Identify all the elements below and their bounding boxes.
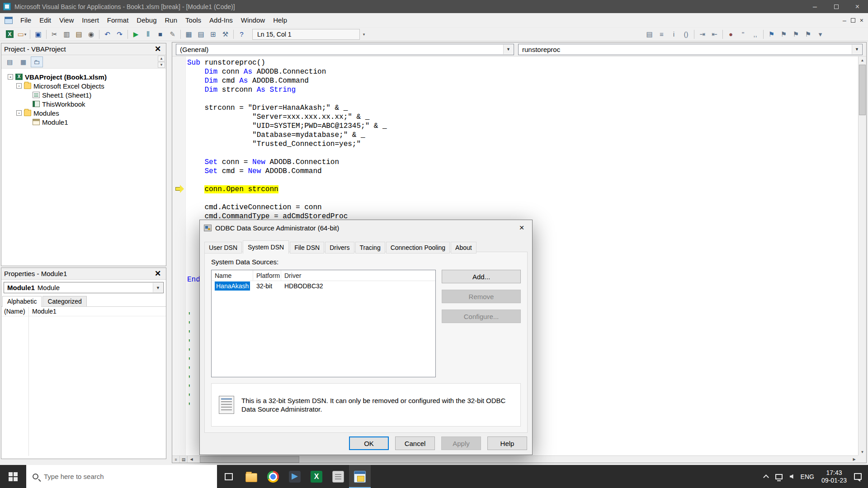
action-center-icon[interactable] — [854, 473, 862, 480]
vba-editor-app-button[interactable] — [349, 465, 371, 488]
copy-icon[interactable]: ▥ — [61, 29, 73, 40]
cancel-button[interactable]: Cancel — [395, 436, 435, 450]
code-line[interactable]: Dim conn As ADODB.Connection — [187, 67, 387, 76]
toolbar-overflow-icon[interactable]: ▾ — [361, 29, 367, 40]
tab-userdsn[interactable]: User DSN — [204, 242, 242, 253]
tree-expander-icon[interactable]: - — [8, 74, 13, 80]
view-code-icon[interactable]: ▤ — [4, 56, 16, 67]
dsn-row[interactable]: HanaAkash32-bitHDBODBC32 — [212, 281, 435, 291]
child-minimize-icon[interactable]: – — [843, 17, 846, 24]
code-line[interactable] — [187, 176, 387, 185]
find-icon[interactable]: ◉ — [85, 29, 97, 40]
notes-app-button[interactable] — [327, 465, 349, 488]
tree-expander-icon[interactable]: - — [16, 110, 22, 116]
code-line[interactable]: Set cmd = New ADODB.Command — [187, 167, 387, 176]
project-tree-scrollbar[interactable]: ▲▼ — [158, 56, 165, 68]
child-restore-icon[interactable] — [851, 18, 855, 23]
tab-categorized[interactable]: Categorized — [42, 296, 87, 306]
tree-item-vbaprojectbook1xlsm[interactable]: -VBAProject (Book1.xlsm) — [1, 72, 166, 81]
excel-app-button[interactable]: X — [306, 465, 327, 488]
minimize-button[interactable]: – — [804, 0, 826, 13]
reset-icon[interactable]: ■ — [154, 29, 166, 40]
code-line[interactable]: cmd.ActiveConnection = conn — [187, 203, 387, 212]
tab-drivers[interactable]: Drivers — [325, 242, 354, 253]
tab-alphabetic[interactable]: Alphabetic — [2, 296, 42, 307]
menu-run[interactable]: Run — [161, 13, 182, 27]
vertical-scrollbar[interactable]: ▲ ▼ — [858, 56, 866, 455]
scroll-right-icon[interactable]: ▶ — [850, 456, 858, 463]
help-button[interactable]: Help — [487, 436, 527, 450]
redo-icon[interactable]: ↷ — [113, 29, 126, 40]
menu-view[interactable]: View — [55, 13, 78, 27]
column-header-driver[interactable]: Driver — [281, 272, 435, 279]
code-line[interactable]: strconn = "Driver=HanaAkash;" & _ — [187, 103, 387, 113]
tab-filedsn[interactable]: File DSN — [290, 242, 324, 253]
project-explorer-icon[interactable]: ▦ — [183, 29, 195, 40]
code-line[interactable]: "Server=xxx.xxx.xx.xx;" & _ — [187, 113, 387, 122]
menu-insert[interactable]: Insert — [78, 13, 103, 27]
scroll-down-icon[interactable]: ▼ — [859, 448, 866, 455]
taskbar-clock[interactable]: 17:43 09-01-23 — [821, 469, 847, 484]
break-icon[interactable]: Ⅱ — [142, 29, 154, 40]
tab-connectionpooling[interactable]: Connection Pooling — [386, 242, 450, 253]
indent-icon[interactable]: ⇥ — [696, 29, 708, 40]
code-line[interactable] — [187, 149, 387, 158]
tree-item-sheet1sheet1[interactable]: Sheet1 (Sheet1) — [1, 90, 166, 99]
undo-icon[interactable]: ↶ — [101, 29, 113, 40]
insert-userform-icon[interactable]: ▭▾ — [16, 29, 28, 40]
help-icon[interactable]: ? — [236, 29, 248, 40]
code-line[interactable]: "Trusted_Connection=yes;" — [187, 140, 387, 149]
column-header-platform[interactable]: Platform — [253, 270, 281, 281]
close-button[interactable]: × — [847, 0, 868, 13]
procedure-view-icon[interactable]: ≡ — [172, 456, 180, 463]
vertical-scroll-thumb[interactable] — [859, 65, 866, 115]
full-module-view-icon[interactable]: ▤ — [180, 456, 188, 463]
ok-button[interactable]: OK — [349, 436, 389, 450]
menu-tools[interactable]: Tools — [181, 13, 205, 27]
toolbar-options-icon[interactable]: ▾ — [814, 29, 826, 40]
menu-edit[interactable]: Edit — [35, 13, 55, 27]
scroll-left-icon[interactable]: ◀ — [188, 456, 195, 463]
toggle-bookmark-icon[interactable]: ⚑ — [765, 29, 778, 40]
menu-format[interactable]: Format — [103, 13, 133, 27]
horizontal-scroll-thumb[interactable] — [200, 456, 299, 463]
tab-tracing[interactable]: Tracing — [355, 242, 385, 253]
next-bookmark-icon[interactable]: ⚑ — [778, 29, 790, 40]
chevron-down-icon[interactable]: ▼ — [153, 283, 163, 292]
task-view-button[interactable] — [217, 465, 241, 488]
tab-systemdsn[interactable]: System DSN — [243, 240, 289, 254]
child-close-icon[interactable]: × — [860, 17, 863, 24]
properties-panel-close-icon[interactable]: ✕ — [152, 269, 163, 279]
outdent-icon[interactable]: ⇤ — [708, 29, 721, 40]
chevron-down-icon[interactable]: ▼ — [503, 45, 513, 54]
horizontal-scrollbar[interactable]: ≡ ▤ ◀ ▶ — [172, 455, 858, 463]
tray-expand-icon[interactable] — [763, 474, 769, 480]
quick-info-icon[interactable]: i — [668, 29, 680, 40]
add-button[interactable]: Add... — [442, 270, 521, 283]
toolbox-icon[interactable]: ⚒ — [219, 29, 231, 40]
maximize-button[interactable] — [826, 0, 847, 13]
view-excel-icon[interactable]: X — [4, 29, 16, 40]
property-row[interactable]: (Name)Module1 — [1, 307, 166, 316]
code-line[interactable]: Dim strconn As String — [187, 85, 387, 94]
column-header-name[interactable]: Name — [212, 270, 253, 281]
chevron-down-icon[interactable]: ▼ — [852, 45, 862, 54]
object-selector[interactable]: Module1 Module ▼ — [4, 282, 164, 293]
menu-window[interactable]: Window — [237, 13, 269, 27]
properties-window-icon[interactable]: ▤ — [195, 29, 207, 40]
tree-item-microsoftexcelobjects[interactable]: -Microsoft Excel Objects — [1, 81, 166, 90]
code-line[interactable]: Dim cmd As ADODB.Command — [187, 76, 387, 85]
cut-icon[interactable]: ✂ — [48, 29, 61, 40]
tree-item-thisworkbook[interactable]: ThisWorkbook — [1, 99, 166, 108]
menu-debug[interactable]: Debug — [132, 13, 160, 27]
parameter-info-icon[interactable]: () — [680, 29, 692, 40]
code-line[interactable]: "Database=mydatabase;" & _ — [187, 131, 387, 140]
menu-addins[interactable]: Add-Ins — [205, 13, 237, 27]
dialog-close-icon[interactable]: × — [511, 220, 532, 235]
scroll-up-icon[interactable]: ▲ — [859, 56, 866, 64]
toggle-breakpoint-icon[interactable]: ● — [725, 29, 737, 40]
chrome-button[interactable] — [262, 465, 284, 488]
start-button[interactable] — [0, 465, 26, 488]
paste-icon[interactable]: ▤ — [73, 29, 85, 40]
app-button[interactable] — [284, 465, 306, 488]
